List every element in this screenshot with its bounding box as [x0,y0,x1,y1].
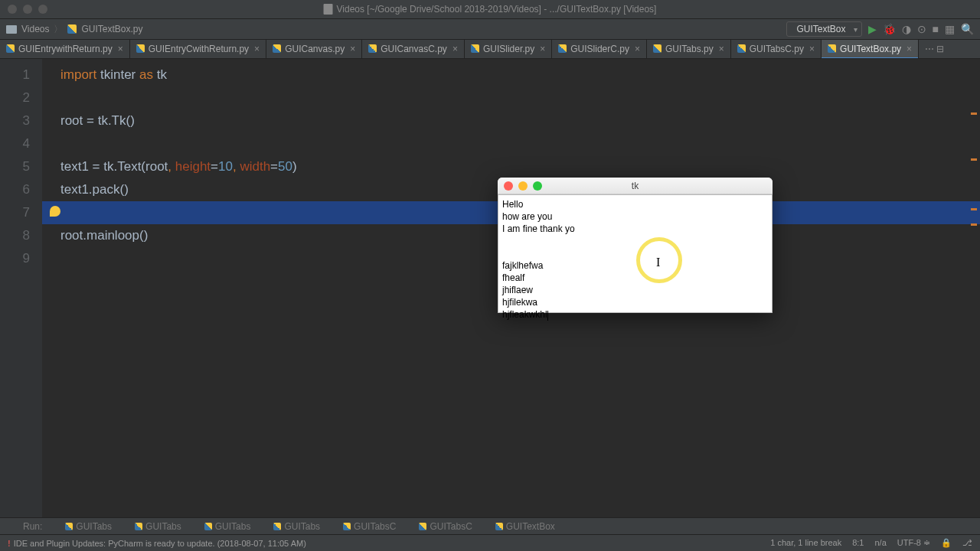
breadcrumb[interactable]: Videos 〉 GUITextBox.py [6,23,143,36]
close-tab-icon[interactable]: × [809,44,815,54]
editor-tabs: GUIEntrywithReturn.py× GUIEntryCwithRetu… [0,40,980,59]
run-config-selector[interactable]: GUITextBox [786,21,862,37]
tab-guientrywithreturn[interactable]: GUIEntrywithReturn.py× [0,40,130,58]
code-editor[interactable]: 1 2 3 4 5 6 7 8 9 import tkinter as tk r… [0,59,980,534]
tk-titlebar[interactable]: tk [498,178,773,194]
zoom-window-icon[interactable] [38,5,47,14]
run-tab[interactable]: GUITabs [135,521,181,532]
tk-text-widget[interactable]: Hello how are you I am fine thank yo faj… [498,194,773,313]
code-token: , [233,159,240,174]
line-number: 6 [0,178,30,201]
tab-guientrycwithreturn[interactable]: GUIEntryCwithReturn.py× [130,40,266,58]
traffic-lights [0,5,47,14]
code-token: as [139,67,153,82]
python-file-icon [419,523,426,530]
warning-mark[interactable] [971,112,977,115]
code-token: root = tk.Tk() [60,113,135,128]
code-token: 10 [218,159,233,174]
python-file-icon [136,44,145,53]
run-tab[interactable]: GUITabsC [419,521,472,532]
run-tab[interactable]: GUITabs [65,521,112,532]
stop-icon[interactable]: ■ [933,23,939,35]
run-tab[interactable]: GUITabs [273,521,320,532]
run-icon[interactable]: ▶ [868,23,877,35]
python-file-icon [273,523,281,530]
tab-guitabs[interactable]: GUITabs.py× [647,40,731,58]
python-file-icon [558,44,567,53]
coverage-icon[interactable]: ◑ [902,23,911,35]
tk-text-content: Hello how are you I am fine thank yo faj… [502,199,575,320]
status-message[interactable]: !IDE and Plugin Updates: PyCharm is read… [8,539,306,548]
code-token: ) [292,159,297,174]
tab-guitabsc[interactable]: GUITabsC.py× [731,40,822,58]
python-file-icon [737,44,746,53]
lock-icon[interactable]: 🔒 [941,538,952,548]
git-branch-icon[interactable]: ⎇ [962,538,972,548]
status-text: IDE and Plugin Updates: PyCharm is ready… [14,539,306,548]
window-title: Videos [~/Google Drive/School 2018-2019/… [324,4,657,15]
code-token: tkinter [96,67,139,82]
warning-mark[interactable] [971,158,977,161]
line-number: 5 [0,155,30,178]
minimize-window-icon[interactable] [23,5,32,14]
line-number: 4 [0,132,30,155]
close-tab-icon[interactable]: × [350,44,355,54]
line-number: 8 [0,224,30,247]
python-file-icon [6,44,15,53]
python-file-icon [273,44,281,53]
status-caret-pos[interactable]: 8:1 [852,538,864,548]
tab-label: GUICanvas.py [285,44,345,54]
close-tab-icon[interactable]: × [254,44,260,54]
close-tab-icon[interactable]: × [118,44,123,54]
python-file-icon [135,523,142,530]
run-tab[interactable]: GUITabs [204,521,251,532]
code-token: root.mainloop() [60,228,148,243]
tab-guicanvas[interactable]: GUICanvas.py× [266,40,362,58]
run-label: Run: [23,521,42,532]
status-encoding[interactable]: UTF-8 ≑ [897,538,930,548]
minimize-icon[interactable] [518,181,528,191]
breadcrumb-file[interactable]: GUITextBox.py [81,24,142,34]
code-token: = [211,159,218,174]
tab-guicanvasc[interactable]: GUICanvasC.py× [362,40,465,58]
zoom-icon[interactable] [533,181,542,191]
code-token: tk [153,67,167,82]
status-insert-mode[interactable]: n/a [874,538,886,548]
code-token: = [270,159,278,174]
close-icon[interactable] [504,181,513,191]
close-tab-icon[interactable]: × [540,44,545,54]
close-tab-icon[interactable]: × [719,44,724,54]
tk-application-window[interactable]: tk Hello how are you I am fine thank yo … [498,178,773,313]
close-tab-icon[interactable]: × [635,44,640,54]
tab-guitextbox[interactable]: GUITextBox.py× [822,40,919,58]
code-token: width [240,159,270,174]
tab-label: GUITextBox.py [840,44,901,54]
run-tab-label: GUITabsC [354,521,396,532]
alert-icon: ! [8,539,11,548]
tk-traffic-lights [498,181,542,191]
code-token: , [168,159,175,174]
tab-overflow[interactable]: ⋯ ⊟ [919,44,950,54]
tab-guislider[interactable]: GUISlider.py× [465,40,552,58]
debug-icon[interactable]: 🐞 [883,23,896,35]
layout-icon[interactable]: ▦ [945,23,955,35]
line-number: 9 [0,247,30,270]
profile-icon[interactable]: ⊙ [917,23,926,35]
line-number: 3 [0,109,30,132]
tool-window-tabs[interactable]: Run: GUITabs GUITabs GUITabs GUITabs GUI… [0,517,980,534]
tab-label: GUITabsC.py [750,44,804,54]
close-tab-icon[interactable]: × [452,44,458,54]
close-window-icon[interactable] [8,5,17,14]
tab-guisliderc[interactable]: GUISliderC.py× [552,40,647,58]
close-tab-icon[interactable]: × [906,44,912,54]
intention-bulb-icon[interactable] [50,206,60,217]
breadcrumb-folder[interactable]: Videos [21,24,49,34]
run-tab[interactable]: GUITextBox [495,521,555,532]
python-file-icon [495,523,503,530]
code-token: text1 = tk.Text(root [60,159,168,174]
python-file-icon [65,523,73,530]
line-number: 7 [0,201,30,224]
search-icon[interactable]: 🔍 [961,23,974,35]
window-titlebar: Videos [~/Google Drive/School 2018-2019/… [0,0,980,19]
run-tab[interactable]: GUITabsC [343,521,396,532]
